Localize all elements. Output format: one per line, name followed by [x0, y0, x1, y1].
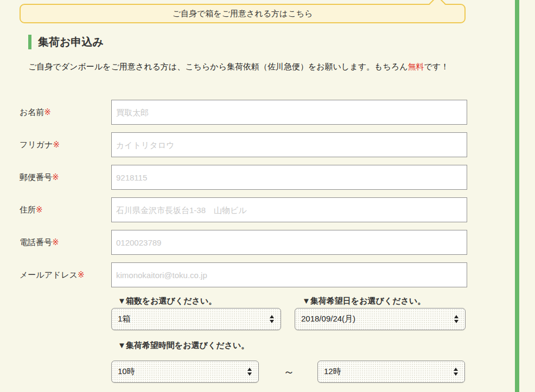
required-mark: ※ [52, 172, 59, 182]
pickup-date-value: 2018/09/24(月) [301, 314, 454, 324]
pickup-time-to-select[interactable]: 12時 [317, 361, 465, 383]
name-label: お名前※ [20, 100, 109, 125]
stepper-arrows-icon [247, 368, 252, 376]
stepper-arrows-icon [454, 315, 458, 323]
box-count-select-label: ▼箱数をお選びください。 [118, 296, 216, 306]
required-mark: ※ [78, 270, 85, 279]
required-mark: ※ [52, 237, 59, 247]
right-green-divider [515, 0, 519, 392]
furigana-input[interactable] [111, 132, 467, 157]
required-mark: ※ [36, 205, 43, 214]
phone-input[interactable] [111, 230, 467, 255]
pickup-request-page: ご自身で箱をご用意される方はこちら 集荷お申込み ご自身でダンボールをご用意され… [0, 0, 535, 392]
email-input[interactable] [111, 262, 467, 287]
stepper-arrows-icon [454, 368, 458, 376]
email-label: メールアドレス※ [20, 262, 109, 287]
name-input[interactable] [111, 100, 467, 125]
pickup-time-select-label: ▼集荷希望時間をお選びください。 [118, 340, 249, 351]
intro-text: ご自身でダンボールをご用意される方は、こちらから集荷依頼（佐川急便）をお願いしま… [28, 61, 449, 73]
address-label: 住所※ [20, 197, 109, 222]
pickup-time-from-select[interactable]: 10時 [111, 361, 259, 383]
address-input[interactable] [111, 197, 467, 222]
box-count-value: 1箱 [118, 314, 270, 324]
required-mark: ※ [44, 107, 51, 117]
stepper-arrows-icon [270, 315, 274, 323]
phone-label: 電話番号※ [20, 230, 109, 255]
pickup-date-select[interactable]: 2018/09/24(月) [295, 308, 466, 330]
pickup-time-to-value: 12時 [324, 367, 454, 377]
free-highlight: 無料 [408, 62, 424, 71]
time-range-separator: ～ [283, 361, 295, 383]
postal-code-label: 郵便番号※ [20, 165, 109, 190]
required-mark: ※ [53, 140, 60, 149]
page-title: 集荷お申込み [28, 35, 104, 49]
pickup-time-from-value: 10時 [118, 367, 247, 377]
pickup-date-select-label: ▼集荷希望日をお選びください。 [302, 296, 425, 306]
box-count-select[interactable]: 1箱 [111, 308, 281, 330]
box-self-prepare-tab-label: ご自身で箱をご用意される方はこちら [173, 9, 313, 19]
box-self-prepare-tab[interactable]: ご自身で箱をご用意される方はこちら [20, 4, 466, 23]
postal-code-input[interactable] [111, 165, 467, 190]
furigana-label: フリガナ※ [20, 132, 109, 157]
